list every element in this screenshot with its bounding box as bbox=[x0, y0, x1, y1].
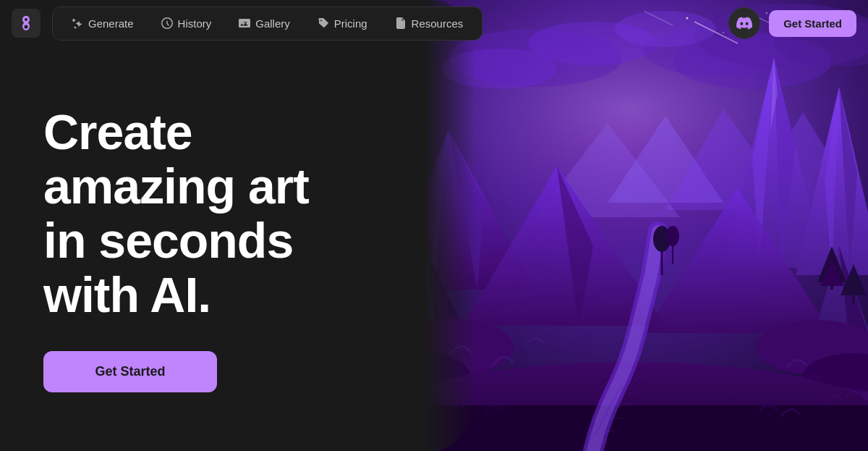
brand-logo-icon bbox=[17, 14, 35, 32]
svg-point-0 bbox=[25, 18, 27, 21]
navbar: Generate History Gallery Pricing bbox=[0, 0, 868, 46]
svg-point-9 bbox=[441, 49, 557, 89]
svg-point-1 bbox=[25, 25, 28, 29]
image-icon bbox=[239, 17, 250, 29]
hero-image-panel bbox=[391, 0, 868, 451]
document-icon bbox=[395, 17, 407, 29]
nav-item-history[interactable]: History bbox=[148, 12, 225, 35]
nav-resources-label: Resources bbox=[412, 17, 464, 30]
hero-title: Create amazing art in seconds with AI. bbox=[43, 105, 383, 321]
discord-icon bbox=[736, 15, 752, 31]
nav-item-gallery[interactable]: Gallery bbox=[226, 12, 303, 35]
wand-icon bbox=[72, 17, 83, 29]
nav-generate-label: Generate bbox=[88, 17, 134, 30]
nav-item-pricing[interactable]: Pricing bbox=[305, 12, 380, 35]
hero-title-line1: Create amazing art bbox=[43, 104, 309, 214]
nav-item-resources[interactable]: Resources bbox=[382, 12, 477, 35]
discord-button[interactable] bbox=[728, 7, 760, 39]
get-started-nav-button[interactable]: Get Started bbox=[769, 10, 856, 37]
svg-marker-38 bbox=[427, 253, 463, 451]
hero-content: Create amazing art in seconds with AI. G… bbox=[0, 46, 427, 451]
hero-illustration bbox=[391, 0, 868, 451]
nav-menu: Generate History Gallery Pricing bbox=[52, 7, 482, 41]
svg-marker-33 bbox=[427, 130, 448, 290]
svg-point-66 bbox=[666, 226, 679, 246]
nav-item-generate[interactable]: Generate bbox=[59, 12, 147, 35]
logo[interactable] bbox=[12, 9, 41, 38]
hero-get-started-button[interactable]: Get Started bbox=[43, 351, 217, 392]
tag-icon bbox=[318, 17, 329, 29]
nav-pricing-label: Pricing bbox=[334, 17, 367, 30]
hero-title-line2: in seconds with AI. bbox=[43, 213, 293, 322]
nav-gallery-label: Gallery bbox=[255, 17, 290, 30]
nav-history-label: History bbox=[178, 17, 212, 30]
clock-icon bbox=[161, 17, 173, 29]
